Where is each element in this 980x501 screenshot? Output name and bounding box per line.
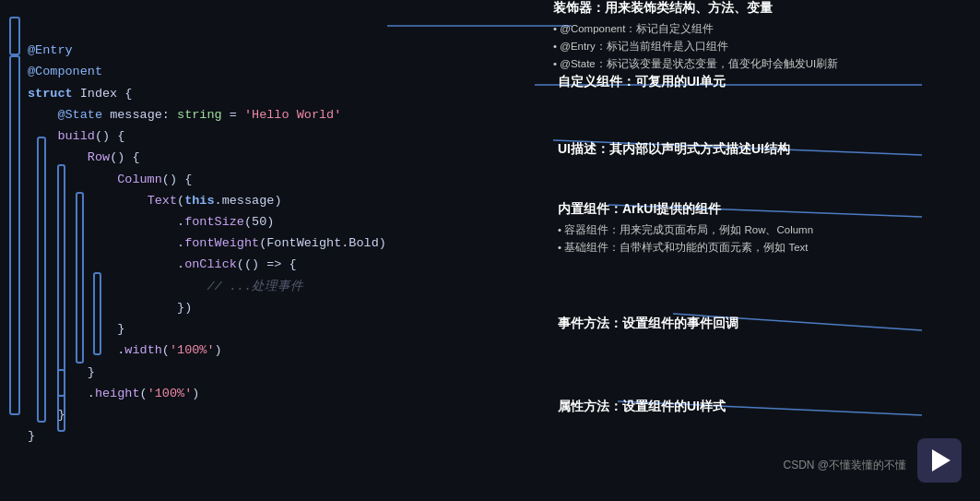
builtin-title: 内置组件：ArkUI提供的组件	[558, 201, 966, 218]
chain-fontweight: fontWeight	[184, 236, 259, 250]
builtin-bullet-2: • 基础组件：自带样式和功能的页面元素，例如 Text	[558, 239, 966, 256]
bullet-1: • @Component：标记自定义组件	[553, 20, 966, 38]
bullet-3: • @State：标记该变量是状态变量，值变化时会触发UI刷新	[553, 55, 966, 73]
decorator-bullets: • @Component：标记自定义组件 • @Entry：标记当前组件是入口组…	[553, 20, 966, 73]
comment-event: // ...处理事件	[207, 280, 303, 293]
annotation-attr: 属性方法：设置组件的UI样式	[558, 399, 966, 415]
bracket-struct	[9, 55, 20, 415]
bracket-row	[57, 164, 65, 397]
ui-desc-title: UI描述：其内部以声明式方式描述UI结构	[558, 141, 966, 158]
component-text: Text	[148, 194, 177, 208]
annotation-custom-component: 自定义组件：可复用的UI单元	[558, 74, 966, 90]
prop-message-ref: message	[222, 194, 275, 208]
annotation-ui-desc: UI描述：其内部以声明式方式描述UI结构	[558, 141, 966, 158]
annotation-event: 事件方法：设置组件的事件回调	[558, 316, 966, 332]
chain-height: height	[95, 387, 140, 400]
type-string: string	[177, 108, 222, 122]
custom-component-title: 自定义组件：可复用的UI单元	[558, 74, 966, 90]
bracket-build	[37, 137, 46, 423]
keyword-struct: struct	[28, 87, 73, 101]
chain-width: width	[124, 343, 162, 357]
watermark: CSDN @不懂装懂的不懂	[783, 458, 906, 473]
main-container: @Entry @Component struct Index { @State …	[0, 0, 980, 501]
component-column: Column	[117, 173, 162, 186]
decorator-component: @Component	[28, 65, 102, 78]
chain-onclick: onClick	[184, 257, 237, 271]
bracket-decorators	[9, 17, 20, 55]
code-panel: @Entry @Component struct Index { @State …	[0, 0, 387, 501]
play-button[interactable]	[917, 438, 962, 483]
event-title: 事件方法：设置组件的事件回调	[558, 316, 966, 332]
this-kw: this	[184, 194, 214, 208]
annotation-decorator: 装饰器：用来装饰类结构、方法、变量 • @Component：标记自定义组件 •…	[553, 0, 966, 73]
annotations-panel: 装饰器：用来装饰类结构、方法、变量 • @Component：标记自定义组件 •…	[387, 0, 980, 501]
bracket-column	[76, 192, 84, 364]
play-icon	[932, 449, 950, 471]
builtin-bullet-1: • 容器组件：用来完成页面布局，例如 Row、Column	[558, 221, 966, 239]
method-build: build	[57, 129, 95, 143]
prop-message: message	[110, 108, 162, 122]
string-value: 'Hello World'	[244, 108, 341, 122]
bullet-2: • @Entry：标记当前组件是入口组件	[553, 38, 966, 55]
builtin-bullets: • 容器组件：用来完成页面布局，例如 Row、Column • 基础组件：自带样…	[558, 221, 966, 256]
component-row: Row	[88, 150, 110, 164]
string-height: '100%'	[148, 387, 193, 400]
decorator-title: 装饰器：用来装饰类结构、方法、变量	[553, 0, 966, 17]
struct-name: Index	[80, 87, 118, 101]
chain-fontsize: fontSize	[184, 215, 244, 229]
state-decorator: @State	[57, 108, 102, 122]
decorator-entry: @Entry	[28, 43, 73, 57]
bracket-onclick	[93, 272, 101, 355]
string-width: '100%'	[170, 343, 215, 357]
bracket-width-height	[57, 369, 65, 432]
attr-title: 属性方法：设置组件的UI样式	[558, 399, 966, 415]
annotation-builtin: 内置组件：ArkUI提供的组件 • 容器组件：用来完成页面布局，例如 Row、C…	[558, 201, 966, 256]
